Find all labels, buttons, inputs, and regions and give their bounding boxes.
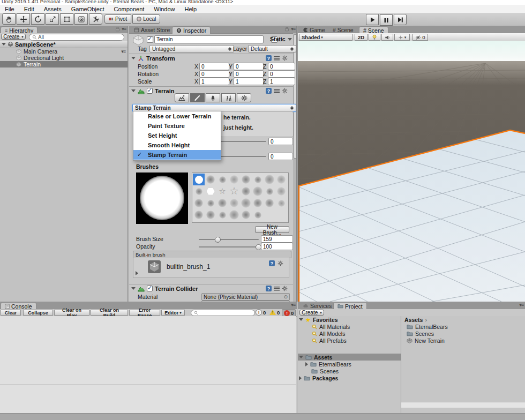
project-create-button[interactable]: Create: [299, 310, 324, 316]
tab-hierarchy[interactable]: ≡ Hierarchy: [1, 26, 38, 34]
terrain-collider-header[interactable]: Terrain Collider: [129, 284, 293, 292]
favorites-all-materials[interactable]: All Materials: [298, 323, 401, 330]
help-icon[interactable]: [266, 55, 272, 61]
tab-console[interactable]: Console: [1, 302, 36, 310]
layer-dropdown[interactable]: Default: [248, 45, 296, 52]
menu-help[interactable]: Help: [179, 6, 201, 12]
tab-scene-inactive[interactable]: # Scene: [329, 26, 357, 33]
brush-cell[interactable]: [240, 197, 252, 209]
transform-combined-tool-button[interactable]: [74, 13, 88, 25]
console-window-controls[interactable]: [291, 302, 295, 308]
brush-cell[interactable]: [193, 197, 205, 209]
console-log-list[interactable]: [0, 316, 296, 385]
console-clear-button[interactable]: Clear: [1, 310, 21, 316]
local-toggle-button[interactable]: Local: [132, 14, 160, 24]
brush-cell[interactable]: [264, 185, 275, 197]
brush-cell[interactable]: [275, 197, 287, 209]
presets-icon[interactable]: [274, 286, 280, 291]
console-info-toggle[interactable]: 0: [254, 309, 267, 316]
inspector-window-controls[interactable]: [284, 26, 295, 32]
console-detail-pane[interactable]: [0, 385, 296, 413]
tree-assets-row[interactable]: Assets: [298, 354, 401, 361]
brush-cell[interactable]: [205, 174, 216, 185]
brush-cell[interactable]: [216, 174, 228, 185]
rect-tool-button[interactable]: [60, 13, 73, 25]
scene-menu-icon[interactable]: [121, 49, 125, 54]
terrain-settings-tool[interactable]: [237, 93, 251, 102]
brush-cell[interactable]: [252, 209, 264, 221]
brush-cell[interactable]: [252, 197, 264, 209]
static-dropdown-icon[interactable]: [288, 38, 292, 41]
brush-cell[interactable]: [252, 174, 264, 185]
content-item-eternalbears[interactable]: EternalBears: [401, 323, 525, 330]
menu-window[interactable]: Window: [149, 6, 179, 12]
pause-button[interactable]: [380, 14, 393, 26]
content-item-scenes[interactable]: Scenes: [401, 330, 525, 337]
brush-cell[interactable]: [264, 197, 275, 209]
terrain-enabled-checkbox[interactable]: [147, 88, 153, 94]
transform-component-header[interactable]: Transform: [129, 54, 293, 62]
scale-tool-button[interactable]: [46, 13, 59, 25]
console-error-toggle[interactable]: 0: [282, 309, 296, 317]
tab-inspector[interactable]: Inspector: [172, 26, 211, 34]
brush-cell-star-large[interactable]: [228, 185, 240, 197]
help-icon[interactable]: [266, 286, 272, 291]
brush-cell[interactable]: [216, 197, 228, 209]
menu-item-paint-texture[interactable]: Paint Texture: [133, 121, 221, 131]
brush-cell[interactable]: [240, 174, 252, 185]
menu-item-smooth-height[interactable]: Smooth Height: [133, 140, 221, 150]
console-warning-toggle[interactable]: 0: [268, 309, 281, 316]
gear-icon[interactable]: [278, 260, 283, 266]
tag-dropdown[interactable]: Untagged: [149, 45, 234, 52]
custom-tools-button[interactable]: [89, 13, 102, 25]
scale-x-field[interactable]: 1: [199, 78, 229, 85]
brush-cell[interactable]: [240, 209, 252, 221]
position-z-field[interactable]: 0: [268, 63, 295, 70]
console-search-input[interactable]: [191, 310, 255, 316]
menu-assets[interactable]: Assets: [39, 6, 66, 12]
rotation-z-field[interactable]: 0: [268, 70, 295, 78]
brush-cell[interactable]: [275, 174, 287, 185]
step-button[interactable]: [394, 14, 407, 25]
create-neighbor-terrain-tool[interactable]: [175, 93, 189, 102]
breadcrumb[interactable]: Assets ›: [401, 316, 525, 323]
rotation-y-field[interactable]: 0: [234, 70, 264, 78]
brush-cell[interactable]: [205, 209, 216, 221]
hand-tool-button[interactable]: [2, 13, 16, 25]
console-collapse-button[interactable]: Collapse: [23, 310, 53, 316]
menu-component[interactable]: Component: [109, 6, 149, 12]
gameobject-active-checkbox[interactable]: [147, 36, 153, 43]
console-error-pause-button[interactable]: Error Pause: [129, 310, 160, 316]
position-y-field[interactable]: 0: [234, 63, 264, 70]
hierarchy-search-input[interactable]: All: [29, 34, 124, 41]
help-icon[interactable]: [269, 260, 275, 266]
material-object-field[interactable]: None (Physic Material) ⊙: [201, 293, 290, 301]
project-window-controls[interactable]: [519, 302, 523, 308]
brush-size-value-field[interactable]: 159: [261, 235, 293, 243]
2d-toggle-button[interactable]: 2D: [355, 34, 368, 41]
collider-enabled-checkbox[interactable]: [147, 286, 153, 291]
scene-audio-button[interactable]: [381, 34, 393, 41]
scene-header-row[interactable]: SampleScene*: [0, 41, 128, 48]
brush-cell[interactable]: [205, 197, 216, 209]
brush-cell[interactable]: [228, 209, 240, 221]
menu-item-stamp-terrain[interactable]: Stamp Terrain: [133, 150, 221, 160]
brush-cell-star[interactable]: [216, 185, 228, 197]
opacity-value-field[interactable]: 100: [261, 243, 293, 250]
project-zoom-slider-bar[interactable]: [401, 402, 525, 408]
menu-item-raise-or-lower-terrain[interactable]: Raise or Lower Terrain: [133, 111, 221, 121]
brush-cell[interactable]: [228, 197, 240, 209]
draw-mode-dropdown[interactable]: Shaded: [299, 34, 352, 41]
paint-terrain-tool[interactable]: [190, 93, 205, 102]
opacity-slider[interactable]: [199, 246, 259, 248]
brush-cell[interactable]: [193, 185, 205, 197]
presets-icon[interactable]: [274, 88, 280, 93]
brush-cell-selected[interactable]: [193, 174, 205, 185]
menu-gameobject[interactable]: GameObject: [66, 6, 109, 12]
object-picker-icon[interactable]: ⊙: [283, 294, 288, 299]
hierarchy-item-main-camera[interactable]: Main Camera: [0, 48, 128, 55]
paint-details-tool[interactable]: [221, 93, 236, 102]
stamp-slider-track-2[interactable]: [220, 156, 266, 157]
hierarchy-window-controls[interactable]: [115, 26, 126, 32]
gear-icon[interactable]: [282, 88, 288, 94]
